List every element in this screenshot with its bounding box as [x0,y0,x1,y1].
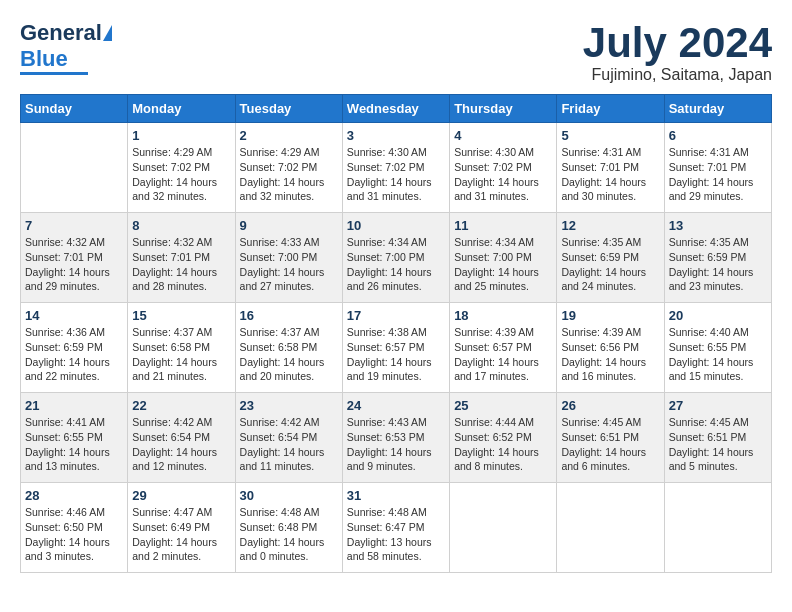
day-info: Sunrise: 4:48 AM Sunset: 6:47 PM Dayligh… [347,505,445,564]
day-info: Sunrise: 4:30 AM Sunset: 7:02 PM Dayligh… [347,145,445,204]
calendar-week-3: 14Sunrise: 4:36 AM Sunset: 6:59 PM Dayli… [21,303,772,393]
calendar-cell: 28Sunrise: 4:46 AM Sunset: 6:50 PM Dayli… [21,483,128,573]
day-number: 26 [561,398,659,413]
day-number: 11 [454,218,552,233]
calendar-cell: 14Sunrise: 4:36 AM Sunset: 6:59 PM Dayli… [21,303,128,393]
calendar-cell: 18Sunrise: 4:39 AM Sunset: 6:57 PM Dayli… [450,303,557,393]
calendar-cell: 6Sunrise: 4:31 AM Sunset: 7:01 PM Daylig… [664,123,771,213]
day-info: Sunrise: 4:35 AM Sunset: 6:59 PM Dayligh… [669,235,767,294]
header-saturday: Saturday [664,95,771,123]
calendar-cell: 16Sunrise: 4:37 AM Sunset: 6:58 PM Dayli… [235,303,342,393]
calendar-cell: 20Sunrise: 4:40 AM Sunset: 6:55 PM Dayli… [664,303,771,393]
calendar-cell: 9Sunrise: 4:33 AM Sunset: 7:00 PM Daylig… [235,213,342,303]
header-tuesday: Tuesday [235,95,342,123]
logo-general: General [20,20,102,46]
calendar-cell: 17Sunrise: 4:38 AM Sunset: 6:57 PM Dayli… [342,303,449,393]
calendar-cell: 21Sunrise: 4:41 AM Sunset: 6:55 PM Dayli… [21,393,128,483]
calendar-cell: 27Sunrise: 4:45 AM Sunset: 6:51 PM Dayli… [664,393,771,483]
day-info: Sunrise: 4:29 AM Sunset: 7:02 PM Dayligh… [240,145,338,204]
calendar-week-4: 21Sunrise: 4:41 AM Sunset: 6:55 PM Dayli… [21,393,772,483]
calendar-cell: 23Sunrise: 4:42 AM Sunset: 6:54 PM Dayli… [235,393,342,483]
title-block: July 2024 Fujimino, Saitama, Japan [583,20,772,84]
day-number: 30 [240,488,338,503]
calendar-cell: 25Sunrise: 4:44 AM Sunset: 6:52 PM Dayli… [450,393,557,483]
day-number: 28 [25,488,123,503]
day-number: 18 [454,308,552,323]
day-number: 3 [347,128,445,143]
day-number: 9 [240,218,338,233]
calendar-cell: 31Sunrise: 4:48 AM Sunset: 6:47 PM Dayli… [342,483,449,573]
calendar-cell: 13Sunrise: 4:35 AM Sunset: 6:59 PM Dayli… [664,213,771,303]
day-info: Sunrise: 4:29 AM Sunset: 7:02 PM Dayligh… [132,145,230,204]
day-number: 27 [669,398,767,413]
page-header: General Blue July 2024 Fujimino, Saitama… [20,20,772,84]
day-number: 23 [240,398,338,413]
calendar-cell: 12Sunrise: 4:35 AM Sunset: 6:59 PM Dayli… [557,213,664,303]
calendar-week-1: 1Sunrise: 4:29 AM Sunset: 7:02 PM Daylig… [21,123,772,213]
day-number: 8 [132,218,230,233]
day-info: Sunrise: 4:34 AM Sunset: 7:00 PM Dayligh… [454,235,552,294]
day-info: Sunrise: 4:45 AM Sunset: 6:51 PM Dayligh… [669,415,767,474]
calendar-cell: 15Sunrise: 4:37 AM Sunset: 6:58 PM Dayli… [128,303,235,393]
day-number: 15 [132,308,230,323]
day-info: Sunrise: 4:34 AM Sunset: 7:00 PM Dayligh… [347,235,445,294]
day-number: 19 [561,308,659,323]
location-subtitle: Fujimino, Saitama, Japan [583,66,772,84]
day-info: Sunrise: 4:43 AM Sunset: 6:53 PM Dayligh… [347,415,445,474]
day-number: 12 [561,218,659,233]
calendar-week-5: 28Sunrise: 4:46 AM Sunset: 6:50 PM Dayli… [21,483,772,573]
day-number: 16 [240,308,338,323]
day-number: 5 [561,128,659,143]
calendar-cell: 8Sunrise: 4:32 AM Sunset: 7:01 PM Daylig… [128,213,235,303]
calendar-header-row: SundayMondayTuesdayWednesdayThursdayFrid… [21,95,772,123]
calendar-cell [450,483,557,573]
day-info: Sunrise: 4:32 AM Sunset: 7:01 PM Dayligh… [25,235,123,294]
calendar-cell: 29Sunrise: 4:47 AM Sunset: 6:49 PM Dayli… [128,483,235,573]
day-info: Sunrise: 4:40 AM Sunset: 6:55 PM Dayligh… [669,325,767,384]
calendar-cell: 7Sunrise: 4:32 AM Sunset: 7:01 PM Daylig… [21,213,128,303]
day-number: 17 [347,308,445,323]
logo-blue: Blue [20,46,68,72]
calendar-cell [21,123,128,213]
calendar-cell [664,483,771,573]
day-info: Sunrise: 4:41 AM Sunset: 6:55 PM Dayligh… [25,415,123,474]
calendar-cell: 5Sunrise: 4:31 AM Sunset: 7:01 PM Daylig… [557,123,664,213]
day-info: Sunrise: 4:39 AM Sunset: 6:57 PM Dayligh… [454,325,552,384]
day-number: 10 [347,218,445,233]
day-info: Sunrise: 4:47 AM Sunset: 6:49 PM Dayligh… [132,505,230,564]
day-number: 7 [25,218,123,233]
day-info: Sunrise: 4:31 AM Sunset: 7:01 PM Dayligh… [561,145,659,204]
header-monday: Monday [128,95,235,123]
day-info: Sunrise: 4:42 AM Sunset: 6:54 PM Dayligh… [132,415,230,474]
day-number: 25 [454,398,552,413]
calendar-cell [557,483,664,573]
logo: General Blue [20,20,112,75]
day-number: 21 [25,398,123,413]
day-info: Sunrise: 4:37 AM Sunset: 6:58 PM Dayligh… [240,325,338,384]
day-number: 22 [132,398,230,413]
calendar-cell: 1Sunrise: 4:29 AM Sunset: 7:02 PM Daylig… [128,123,235,213]
day-number: 31 [347,488,445,503]
day-number: 4 [454,128,552,143]
day-info: Sunrise: 4:31 AM Sunset: 7:01 PM Dayligh… [669,145,767,204]
month-title: July 2024 [583,20,772,66]
logo-arrow-icon [103,25,112,41]
day-number: 6 [669,128,767,143]
day-info: Sunrise: 4:38 AM Sunset: 6:57 PM Dayligh… [347,325,445,384]
calendar-cell: 24Sunrise: 4:43 AM Sunset: 6:53 PM Dayli… [342,393,449,483]
day-number: 14 [25,308,123,323]
calendar-cell: 26Sunrise: 4:45 AM Sunset: 6:51 PM Dayli… [557,393,664,483]
day-number: 13 [669,218,767,233]
calendar-cell: 3Sunrise: 4:30 AM Sunset: 7:02 PM Daylig… [342,123,449,213]
header-sunday: Sunday [21,95,128,123]
calendar-cell: 30Sunrise: 4:48 AM Sunset: 6:48 PM Dayli… [235,483,342,573]
day-info: Sunrise: 4:32 AM Sunset: 7:01 PM Dayligh… [132,235,230,294]
logo-underline [20,72,88,75]
day-info: Sunrise: 4:35 AM Sunset: 6:59 PM Dayligh… [561,235,659,294]
calendar-cell: 11Sunrise: 4:34 AM Sunset: 7:00 PM Dayli… [450,213,557,303]
calendar-cell: 10Sunrise: 4:34 AM Sunset: 7:00 PM Dayli… [342,213,449,303]
day-info: Sunrise: 4:33 AM Sunset: 7:00 PM Dayligh… [240,235,338,294]
day-info: Sunrise: 4:48 AM Sunset: 6:48 PM Dayligh… [240,505,338,564]
day-info: Sunrise: 4:44 AM Sunset: 6:52 PM Dayligh… [454,415,552,474]
day-info: Sunrise: 4:45 AM Sunset: 6:51 PM Dayligh… [561,415,659,474]
